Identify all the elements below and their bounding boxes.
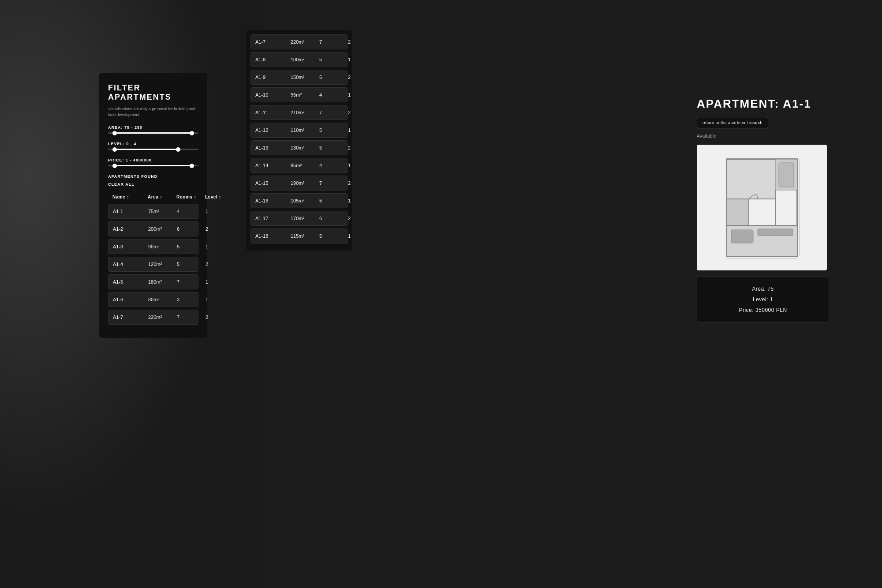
apt-level: 1: [206, 244, 228, 249]
floorplan-image: [697, 145, 827, 270]
apt-area: 85m²: [291, 163, 319, 168]
apt-area: 90m²: [148, 244, 177, 249]
apt-name: A1-1: [113, 209, 148, 214]
apt-area: 80m²: [148, 297, 177, 302]
clear-all-button[interactable]: CLEAR ALL: [108, 182, 135, 187]
header-rooms[interactable]: Rooms ↕: [176, 195, 205, 199]
apt-rooms: 5: [319, 75, 348, 80]
table-row[interactable]: A1-3 90m² 5 1: [108, 239, 198, 254]
apt-area: 220m²: [291, 39, 319, 45]
apt-rooms: 7: [319, 110, 348, 115]
level-slider-fill: [112, 149, 180, 150]
apt-area: 200m²: [148, 226, 177, 232]
table-row[interactable]: A1-1 75m² 4 1: [108, 204, 198, 219]
list-item[interactable]: A1-8 100m² 5 1: [250, 52, 348, 67]
available-label: Available: [697, 134, 829, 139]
level-slider-thumb-right[interactable]: [176, 147, 180, 152]
detail-panel: APARTMENT: A1-1 return to the apartment …: [697, 97, 829, 322]
list-item[interactable]: A1-15 190m² 7 2: [250, 176, 348, 191]
table-row[interactable]: A1-6 80m² 3 1: [108, 292, 198, 307]
apt-rooms: 4: [319, 92, 348, 97]
apt-level: 1: [348, 92, 352, 97]
area-slider-thumb-left[interactable]: [112, 131, 117, 135]
detail-price: Price: 350000 PLN: [704, 307, 822, 313]
apt-level: 2: [206, 226, 228, 232]
list-item[interactable]: A1-10 95m² 4 1: [250, 87, 348, 102]
filter-subtitle: Visualizations are only a proposal for b…: [108, 106, 198, 117]
apt-name: A1-4: [113, 262, 148, 267]
apt-rooms: 7: [177, 279, 206, 285]
apt-area: 95m²: [291, 92, 319, 97]
apt-rooms: 6: [177, 226, 206, 232]
header-area[interactable]: Area ↕: [148, 195, 176, 199]
area-label: AREA: 75 - 250: [108, 125, 198, 130]
middle-apartment-list: A1-7 220m² 7 2 A1-8 100m² 5 1 A1-9 150m²…: [250, 34, 348, 243]
level-slider-thumb-left[interactable]: [112, 147, 117, 152]
header-level[interactable]: Level ↕: [205, 195, 227, 199]
price-slider-thumb-right[interactable]: [190, 164, 194, 168]
table-row[interactable]: A1-2 200m² 6 2: [108, 221, 198, 236]
apt-area: 75m²: [148, 209, 177, 214]
header-name[interactable]: Name ↕: [112, 195, 148, 199]
list-item[interactable]: A1-18 115m² 5 1: [250, 228, 348, 243]
filter-apartment-list: A1-1 75m² 4 1 A1-2 200m² 6 2 A1-3 90m² 5…: [108, 204, 198, 325]
list-item[interactable]: A1-14 85m² 4 1: [250, 158, 348, 173]
floorplan-svg: [722, 155, 802, 261]
price-slider-thumb-left[interactable]: [112, 164, 117, 168]
apt-rooms: 5: [319, 57, 348, 62]
price-slider[interactable]: [108, 165, 198, 166]
level-slider[interactable]: [108, 149, 198, 150]
apt-name: A1-15: [255, 180, 291, 186]
apt-rooms: 5: [177, 262, 206, 267]
apt-name: A1-8: [255, 57, 291, 62]
apt-rooms: 6: [319, 216, 348, 221]
apt-level: 2: [348, 39, 352, 45]
list-item[interactable]: A1-17 170m² 6 2: [250, 211, 348, 226]
table-row[interactable]: A1-5 180m² 7 1: [108, 274, 198, 289]
svg-rect-10: [731, 230, 753, 243]
apt-name: A1-16: [255, 198, 291, 203]
apt-level: 1: [348, 163, 352, 168]
apt-name: A1-3: [113, 244, 148, 249]
area-slider[interactable]: [108, 132, 198, 134]
apt-level: 1: [348, 233, 352, 239]
svg-rect-7: [727, 199, 748, 225]
apt-name: A1-11: [255, 110, 291, 115]
apt-name: A1-7: [255, 39, 291, 45]
list-item[interactable]: A1-11 210m² 7 2: [250, 105, 348, 120]
apt-level: 2: [206, 262, 228, 267]
return-to-search-button[interactable]: return to the apartment search: [697, 117, 768, 128]
apt-name: A1-9: [255, 75, 291, 80]
table-row[interactable]: A1-7 220m² 7 2: [108, 310, 198, 325]
detail-title: APARTMENT: A1-1: [697, 97, 829, 111]
filter-panel: FILTER APARTMENTS Visualizations are onl…: [99, 73, 207, 338]
apt-area: 180m²: [148, 279, 177, 285]
apt-level: 1: [206, 279, 228, 285]
table-header: Name ↕ Area ↕ Rooms ↕ Level ↕: [108, 193, 198, 201]
apt-rooms: 4: [177, 209, 206, 214]
svg-rect-11: [758, 229, 793, 236]
apt-rooms: 7: [319, 39, 348, 45]
list-item[interactable]: A1-16 105m² 5 1: [250, 193, 348, 208]
list-item[interactable]: A1-13 130m² 5 2: [250, 140, 348, 155]
apt-level: 2: [206, 315, 228, 320]
apartments-found-label: APARTMENTS FOUND: [108, 174, 198, 179]
apt-area: 170m²: [291, 216, 319, 221]
area-slider-thumb-right[interactable]: [190, 131, 194, 135]
list-item[interactable]: A1-9 150m² 5 2: [250, 70, 348, 85]
filter-title: FILTER APARTMENTS: [108, 83, 198, 102]
apt-level: 2: [348, 145, 352, 150]
apt-name: A1-5: [113, 279, 148, 285]
apt-name: A1-12: [255, 127, 291, 133]
apt-area: 220m²: [148, 315, 177, 320]
apt-name: A1-7: [113, 315, 148, 320]
apt-rooms: 7: [177, 315, 206, 320]
apt-name: A1-14: [255, 163, 291, 168]
list-item[interactable]: A1-7 220m² 7 2: [250, 34, 348, 49]
list-item[interactable]: A1-12 110m² 5 1: [250, 123, 348, 138]
apt-area: 190m²: [291, 180, 319, 186]
detail-level: Level: 1: [704, 296, 822, 303]
table-row[interactable]: A1-4 120m² 5 2: [108, 257, 198, 272]
details-info-box: Area: 75 Level: 1 Price: 350000 PLN: [697, 277, 829, 322]
price-slider-fill: [112, 165, 194, 166]
